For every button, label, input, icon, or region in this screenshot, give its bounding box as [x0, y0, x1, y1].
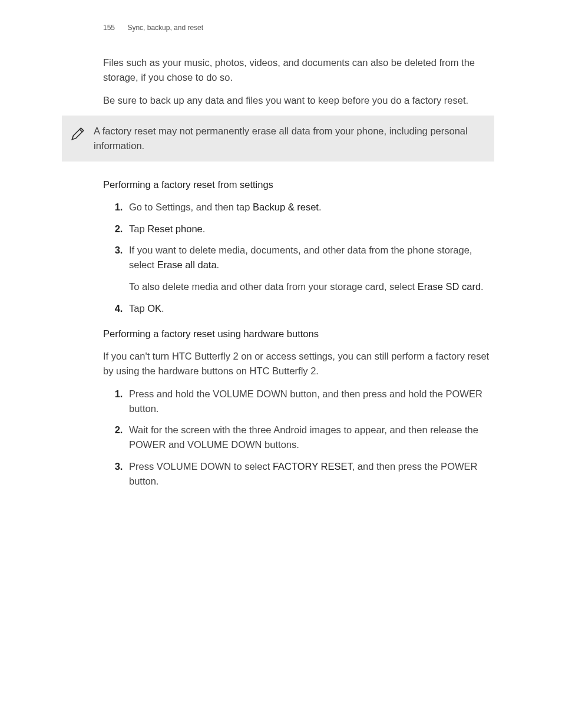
step-text: .: [203, 223, 206, 234]
step-text: Press and hold the VOLUME DOWN button, a…: [129, 388, 482, 414]
document-page: 155 Sync, backup, and reset Files such a…: [0, 0, 562, 525]
ui-label: Erase all data: [157, 259, 217, 270]
note-box: A factory reset may not permanently eras…: [62, 116, 494, 162]
note-text: A factory reset may not permanently eras…: [94, 124, 484, 153]
step-text: Tap: [129, 223, 147, 234]
ui-label: Erase SD card: [418, 281, 481, 292]
section-title: Sync, backup, and reset: [127, 24, 203, 32]
ui-label: OK: [147, 303, 161, 314]
intro-paragraph-1: Files such as your music, photos, videos…: [103, 55, 494, 85]
step-extra: To also delete media and other data from…: [129, 279, 494, 294]
list-item: Press VOLUME DOWN to select FACTORY RESE…: [125, 459, 494, 489]
list-item: If you want to delete media, documents, …: [125, 243, 494, 294]
ui-label: FACTORY RESET: [273, 461, 352, 472]
step-text: Press VOLUME DOWN to select: [129, 461, 273, 472]
section2-intro: If you can't turn HTC Butterfly 2 on or …: [103, 349, 494, 378]
step-text: Tap: [129, 303, 147, 314]
pencil-icon: [70, 126, 85, 144]
page-header: 155 Sync, backup, and reset: [103, 24, 494, 32]
step-text: To also delete media and other data from…: [129, 281, 418, 292]
section-heading-settings: Performing a factory reset from settings: [103, 179, 494, 190]
page-number: 155: [103, 24, 115, 32]
step-text: Wait for the screen with the three Andro…: [129, 424, 478, 450]
step-text: .: [161, 303, 164, 314]
steps-list-settings: Go to Settings, and then tap Backup & re…: [103, 200, 494, 316]
steps-list-hardware: Press and hold the VOLUME DOWN button, a…: [103, 387, 494, 489]
step-text: Go to Settings, and then tap: [129, 202, 253, 212]
section-heading-hardware: Performing a factory reset using hardwar…: [103, 328, 494, 340]
list-item: Tap Reset phone.: [125, 222, 494, 236]
step-text: .: [217, 259, 220, 270]
list-item: Go to Settings, and then tap Backup & re…: [125, 200, 494, 215]
list-item: Press and hold the VOLUME DOWN button, a…: [125, 387, 494, 416]
ui-label: Backup & reset: [253, 202, 319, 212]
step-text: .: [481, 281, 484, 292]
list-item: Tap OK.: [125, 301, 494, 316]
svg-line-0: [80, 130, 82, 132]
step-text: .: [319, 202, 322, 212]
list-item: Wait for the screen with the three Andro…: [125, 423, 494, 452]
intro-paragraph-2: Be sure to back up any data and files yo…: [103, 93, 494, 108]
ui-label: Reset phone: [147, 223, 203, 234]
